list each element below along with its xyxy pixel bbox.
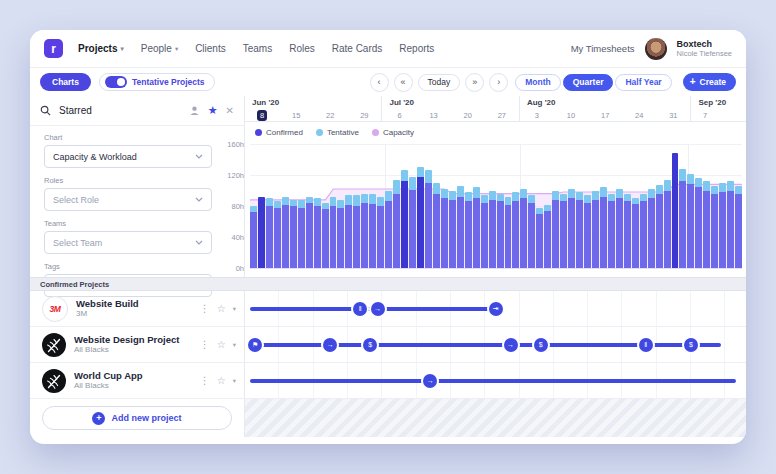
project-schedule-bar[interactable] (250, 379, 736, 383)
tentative-segment (266, 198, 273, 206)
confirmed-segment (735, 194, 742, 268)
chart-bar (322, 203, 329, 268)
nav-item-people[interactable]: People▾ (141, 43, 178, 54)
clear-search-icon[interactable]: ✕ (226, 105, 234, 116)
chart-bar (258, 197, 265, 268)
confirmed-segment (679, 181, 686, 268)
confirmed-segment (505, 205, 512, 269)
star-icon[interactable]: ☆ (217, 339, 226, 350)
create-button[interactable]: + Create (683, 73, 736, 91)
chart-bar (306, 197, 313, 268)
timeline-month-label: Sep '20 (691, 96, 746, 109)
project-row[interactable]: World Cup AppAll Blacks⋮☆▾→ (30, 363, 746, 399)
timeline-month: Sep '207 (690, 96, 746, 121)
confirmed-segment (672, 153, 679, 268)
tentative-projects-toggle-pill[interactable]: Tentative Projects (99, 73, 215, 91)
nav-item-rate-cards[interactable]: Rate Cards (332, 43, 383, 54)
chart-bar (735, 186, 742, 268)
roles-select[interactable]: Select Role (44, 188, 212, 211)
filter-group-chart: Chart Capacity & Workload (44, 133, 212, 168)
timeline-date: 13 (417, 109, 451, 121)
project-search-bar[interactable]: Starred ★ ✕ (30, 96, 245, 126)
milestone-marker[interactable]: → (371, 302, 385, 316)
chart-bar (536, 208, 543, 269)
project-row[interactable]: Website Design ProjectAll Blacks⋮☆▾⚑→$→$… (30, 327, 746, 363)
search-input[interactable]: Starred (59, 105, 181, 116)
milestone-marker[interactable]: → (504, 338, 518, 352)
kebab-menu-icon[interactable]: ⋮ (200, 339, 210, 350)
person-filter-icon[interactable] (189, 105, 200, 116)
nav-item-label: Teams (243, 43, 272, 54)
teams-select[interactable]: Select Team (44, 231, 212, 254)
tentative-segment (401, 170, 408, 181)
range-button-quarter[interactable]: Quarter (563, 74, 614, 91)
chart-bar (369, 194, 376, 268)
milestone-marker[interactable]: → (323, 338, 337, 352)
chart-bar (512, 192, 519, 268)
tentative-segment (520, 189, 527, 198)
tentative-segment (687, 174, 694, 185)
confirmed-segment (449, 200, 456, 268)
app-logo[interactable]: r (44, 39, 63, 58)
tentative-segment (568, 189, 575, 198)
tentative-segment (528, 195, 535, 203)
timeline-arrow-button[interactable]: › (489, 73, 508, 92)
confirmed-segment (298, 208, 305, 268)
chevron-down-icon[interactable]: ▾ (233, 377, 236, 385)
timeline-dates: 6132027 (382, 109, 518, 121)
account-info[interactable]: Boxtech Nicole Tiefensee (677, 39, 732, 59)
legend-dot (255, 129, 262, 136)
project-row[interactable]: 3MWebsite Build3M⋮☆▾‖→⇥ (30, 291, 746, 327)
nav-item-clients[interactable]: Clients (195, 43, 226, 54)
toggle-switch[interactable] (105, 76, 127, 88)
kebab-menu-icon[interactable]: ⋮ (200, 375, 210, 386)
milestone-marker[interactable]: ‖ (353, 302, 367, 316)
nav-item-teams[interactable]: Teams (243, 43, 272, 54)
tentative-segment (552, 191, 559, 200)
confirmed-segment (306, 203, 313, 268)
range-button-month[interactable]: Month (515, 74, 561, 91)
tentative-projects-label: Tentative Projects (132, 77, 205, 87)
starred-filter-icon[interactable]: ★ (208, 104, 218, 117)
chart-bar (401, 170, 408, 268)
milestone-marker[interactable]: $ (363, 338, 377, 352)
today-button[interactable]: Today (418, 74, 461, 91)
milestone-marker[interactable]: → (423, 374, 437, 388)
tentative-segment (497, 194, 504, 202)
chevron-down-icon[interactable]: ▾ (233, 305, 236, 313)
milestone-marker[interactable]: ‖ (639, 338, 653, 352)
add-project-cell: + Add new project (30, 399, 245, 437)
confirmed-segment (624, 201, 631, 268)
chevron-down-icon[interactable]: ▾ (233, 341, 236, 349)
milestone-marker[interactable]: $ (684, 338, 698, 352)
range-button-half-year[interactable]: Half Year (615, 74, 671, 91)
my-timesheets-link[interactable]: My Timesheets (571, 43, 635, 54)
user-avatar[interactable] (645, 38, 667, 60)
confirmed-segment (544, 211, 551, 268)
confirmed-segment (703, 191, 710, 269)
chart-bar (679, 169, 686, 268)
chart-bar (703, 181, 710, 268)
milestone-marker[interactable]: ⇥ (489, 302, 503, 316)
timeline-arrow-button[interactable]: ‹ (370, 73, 389, 92)
nav-item-reports[interactable]: Reports (399, 43, 434, 54)
star-icon[interactable]: ☆ (217, 375, 226, 386)
timeline-date: 17 (588, 109, 622, 121)
kebab-menu-icon[interactable]: ⋮ (200, 303, 210, 314)
star-icon[interactable]: ☆ (217, 303, 226, 314)
milestone-marker[interactable]: $ (534, 338, 548, 352)
milestone-marker[interactable]: ⚑ (248, 338, 262, 352)
add-new-project-button[interactable]: + Add new project (42, 406, 232, 430)
timeline-arrow-button[interactable]: « (394, 73, 413, 92)
tentative-segment (608, 194, 615, 202)
chart-select[interactable]: Capacity & Workload (44, 145, 212, 168)
company-name: Boxtech (677, 39, 732, 50)
nav-item-projects[interactable]: Projects▾ (78, 43, 124, 54)
chart-bar (393, 180, 400, 268)
chart-bar (337, 200, 344, 268)
nav-item-roles[interactable]: Roles (289, 43, 315, 54)
charts-button[interactable]: Charts (40, 73, 91, 91)
timeline-arrow-button[interactable]: » (465, 73, 484, 92)
selected-date-badge: 8 (257, 110, 267, 121)
tentative-segment (584, 195, 591, 203)
